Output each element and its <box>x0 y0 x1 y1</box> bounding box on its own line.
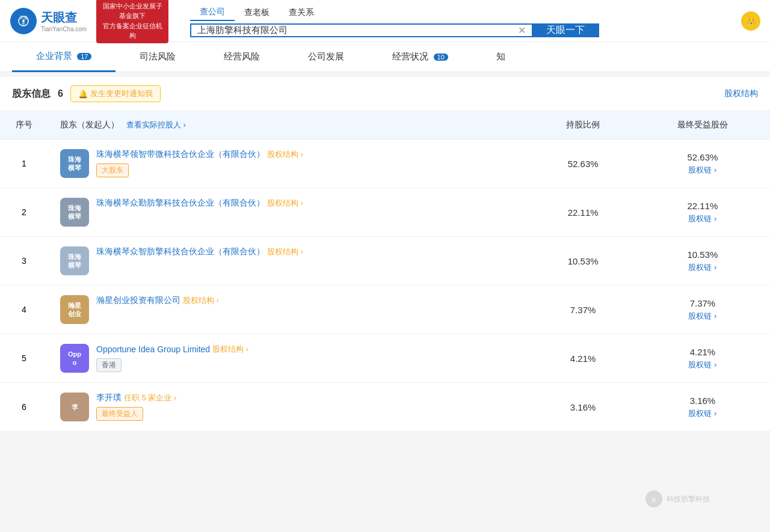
company-name[interactable]: 珠海横琴众勤肪擎科技合伙企业（有限合伙） <box>96 198 265 209</box>
equity-structure-link-2[interactable]: 股权结构 › <box>267 198 303 209</box>
company-name[interactable]: 瀚星创业投资有限公司 <box>96 295 180 306</box>
cell-final: 3.16% 股权链 › <box>635 383 770 432</box>
avatar: 珠海横琴 <box>60 246 89 275</box>
company-info: 李开璞 任职 5 家企业 › 最终受益人 <box>96 393 176 421</box>
search-clear-icon[interactable]: ✕ <box>518 25 526 36</box>
notify-button[interactable]: 🔔 发生变更时通知我 <box>70 85 161 102</box>
final-benefit: 7.37% 股权链 › <box>647 298 758 322</box>
equity-structure-link[interactable]: 股权结构 <box>724 88 758 99</box>
company-name[interactable]: 珠海横琴领智带微科技合伙企业（有限合伙） <box>96 149 265 160</box>
cell-index: 2 <box>0 188 48 237</box>
cell-percent: 10.53% <box>531 237 635 286</box>
avatar: 珠海横琴 <box>60 149 89 178</box>
search-input-row: ✕ 天眼一下 <box>190 23 599 37</box>
cell-index: 5 <box>0 334 48 383</box>
cell-index: 3 <box>0 237 48 286</box>
avatar: 李 <box>60 393 89 421</box>
nav-tabs: 企业背景 17 司法风险 经营风险 公司发展 经营状况 10 知 <box>0 42 770 72</box>
equity-chain-link-5[interactable]: 股权链 › <box>688 359 716 370</box>
company-name-row: 瀚星创业投资有限公司 股权结构 › <box>96 295 219 306</box>
cell-final: 4.21% 股权链 › <box>635 334 770 383</box>
company-name[interactable]: 李开璞 <box>96 393 122 403</box>
company-name-row: Opportune Idea Group Limited 股权结构 › <box>96 344 248 355</box>
cell-percent: 4.21% <box>531 334 635 383</box>
cell-shareholder: 珠海横琴 珠海横琴领智带微科技合伙企业（有限合伙） 股权结构 › 大股东 <box>48 139 531 188</box>
cell-shareholder: Oppo Opportune Idea Group Limited 股权结构 ›… <box>48 334 531 383</box>
header-right: 👑 <box>741 11 760 31</box>
company-info: 珠海横琴领智带微科技合伙企业（有限合伙） 股权结构 › 大股东 <box>96 149 303 177</box>
header: 天眼 查 天眼查 TianYanCha.com 国家中小企业发展子基金旗下 官方… <box>0 0 770 42</box>
equity-chain-link-2[interactable]: 股权链 › <box>688 213 716 224</box>
tab-business-risk[interactable]: 经营风险 <box>200 43 284 71</box>
cell-index: 1 <box>0 139 48 188</box>
cell-index: 4 <box>0 286 48 334</box>
company-name-row: 珠海横琴众智肪擎科技合伙企业（有限合伙） 股权结构 › <box>96 246 303 257</box>
search-input-wrap: ✕ <box>190 23 532 37</box>
cell-index: 6 <box>0 383 48 432</box>
bell-icon: 🔔 <box>78 90 88 99</box>
equity-chain-link-3[interactable]: 股权链 › <box>688 262 716 273</box>
tab-search-boss[interactable]: 查老板 <box>235 4 279 21</box>
table-container: 序号 股东（发起人） 查看实际控股人 › 持股比例 最终受益股份 1 珠海横琴 <box>0 111 770 432</box>
vip-icon[interactable]: 👑 <box>741 11 760 31</box>
table-header-row: 序号 股东（发起人） 查看实际控股人 › 持股比例 最终受益股份 <box>0 111 770 139</box>
tab-business-status[interactable]: 经营状况 10 <box>368 43 472 71</box>
company-info: 珠海横琴众智肪擎科技合伙企业（有限合伙） 股权结构 › <box>96 246 303 257</box>
logo-text: 天眼查 TianYanCha.com <box>41 10 87 32</box>
search-input[interactable] <box>197 25 518 35</box>
avatar: 瀚星创业 <box>60 295 89 324</box>
banner-tag: 国家中小企业发展子基金旗下 官方备案企业征信机构 <box>96 0 168 43</box>
col-index: 序号 <box>0 111 48 139</box>
logo-main-text: 天眼查 <box>41 10 87 26</box>
search-area: 查公司 查老板 查关系 ✕ 天眼一下 <box>190 4 599 37</box>
col-percent: 持股比例 <box>531 111 635 139</box>
equity-structure-link-3[interactable]: 股权结构 › <box>267 246 303 257</box>
table-row: 1 珠海横琴 珠海横琴领智带微科技合伙企业（有限合伙） 股权结构 › 大股东 <box>0 139 770 188</box>
tab-company-development[interactable]: 公司发展 <box>284 43 368 71</box>
badge-area: 大股东 <box>96 164 303 177</box>
final-benefit: 3.16% 股权链 › <box>647 396 758 419</box>
svg-point-4 <box>22 20 25 22</box>
avatar: Oppo <box>60 344 89 373</box>
cell-final: 52.63% 股权链 › <box>635 139 770 188</box>
company-info: 珠海横琴众勤肪擎科技合伙企业（有限合伙） 股权结构 › <box>96 198 303 209</box>
table-row: 4 瀚星创业 瀚星创业投资有限公司 股权结构 › 7.37% <box>0 286 770 334</box>
cell-percent: 3.16% <box>531 383 635 432</box>
section-title: 股东信息 <box>12 88 51 100</box>
cell-percent: 22.11% <box>531 188 635 237</box>
avatar: 珠海横琴 <box>60 198 89 227</box>
section-count: 6 <box>58 88 63 99</box>
table-row: 3 珠海横琴 珠海横琴众智肪擎科技合伙企业（有限合伙） 股权结构 › 10.53… <box>0 237 770 286</box>
search-button[interactable]: 天眼一下 <box>532 23 599 37</box>
cell-final: 10.53% 股权链 › <box>635 237 770 286</box>
logo-area[interactable]: 天眼 查 天眼查 TianYanCha.com <box>10 7 87 35</box>
company-name[interactable]: 珠海横琴众智肪擎科技合伙企业（有限合伙） <box>96 246 265 257</box>
equity-chain-link-4[interactable]: 股权链 › <box>688 311 716 322</box>
tab-knowledge[interactable]: 知 <box>472 43 529 71</box>
work-at-link-6[interactable]: 任职 5 家企业 › <box>124 393 176 403</box>
company-name-row: 李开璞 任职 5 家企业 › <box>96 393 176 403</box>
tab-enterprise-background[interactable]: 企业背景 17 <box>12 42 116 72</box>
company-cell: 珠海横琴 珠海横琴众勤肪擎科技合伙企业（有限合伙） 股权结构 › <box>60 198 519 227</box>
actual-controller-link[interactable]: 查看实际控股人 › <box>126 120 186 130</box>
logo-sub-text: TianYanCha.com <box>41 26 87 32</box>
final-benefit: 4.21% 股权链 › <box>647 347 758 370</box>
table-row: 5 Oppo Opportune Idea Group Limited 股权结构… <box>0 334 770 383</box>
table-row: 6 李 李开璞 任职 5 家企业 › 最终受益人 <box>0 383 770 432</box>
equity-chain-link-1[interactable]: 股权链 › <box>688 165 716 176</box>
company-info: Opportune Idea Group Limited 股权结构 › 香港 <box>96 344 248 372</box>
cell-shareholder: 珠海横琴 珠海横琴众智肪擎科技合伙企业（有限合伙） 股权结构 › <box>48 237 531 286</box>
company-name[interactable]: Opportune Idea Group Limited <box>96 344 210 354</box>
tab-search-company[interactable]: 查公司 <box>190 4 235 21</box>
final-benefit: 22.11% 股权链 › <box>647 201 758 224</box>
equity-structure-link-4[interactable]: 股权结构 › <box>183 295 219 306</box>
equity-structure-link-5[interactable]: 股权结构 › <box>212 344 248 355</box>
logo-icon: 天眼 查 <box>10 7 37 35</box>
equity-chain-link-6[interactable]: 股权链 › <box>688 408 716 419</box>
cell-final: 7.37% 股权链 › <box>635 286 770 334</box>
cell-percent: 7.37% <box>531 286 635 334</box>
tab-judicial-risk[interactable]: 司法风险 <box>116 43 200 71</box>
equity-structure-link-1[interactable]: 股权结构 › <box>267 149 303 160</box>
hk-badge: 香港 <box>96 358 122 372</box>
tab-search-relation[interactable]: 查关系 <box>279 4 324 21</box>
